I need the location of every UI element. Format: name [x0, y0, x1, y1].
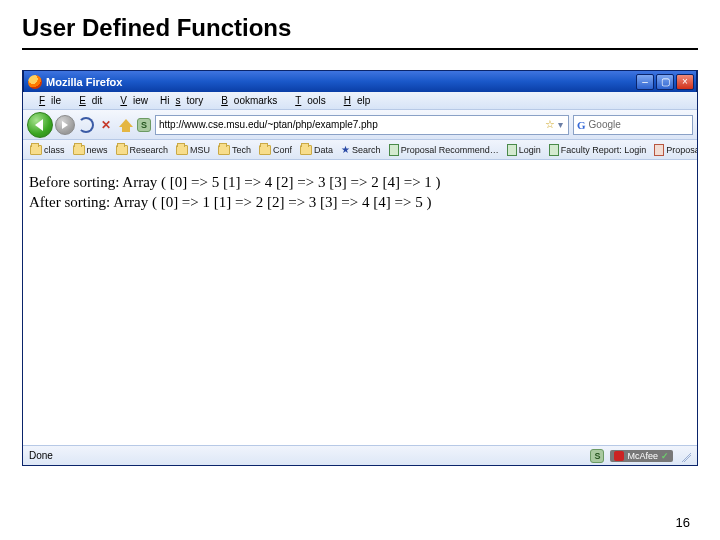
status-s-badge[interactable]: S	[590, 449, 604, 463]
menu-bar: File Edit View History Bookmarks Tools H…	[23, 92, 697, 110]
mcafee-badge[interactable]: McAfee ✓	[610, 450, 673, 462]
page-icon	[549, 144, 559, 156]
folder-icon	[259, 145, 271, 155]
url-bar[interactable]: http://www.cse.msu.edu/~ptan/php/example…	[155, 115, 569, 135]
page-icon	[507, 144, 517, 156]
menu-view[interactable]: View	[108, 95, 154, 106]
page-content: Before sorting: Array ( [0] => 5 [1] => …	[23, 160, 697, 225]
slide-page-number: 16	[676, 515, 690, 530]
star-icon: ★	[341, 144, 350, 155]
window-maximize-button[interactable]: ▢	[656, 74, 674, 90]
window-close-button[interactable]: ×	[676, 74, 694, 90]
status-bar: Done S McAfee ✓	[23, 445, 697, 465]
menu-file[interactable]: File	[27, 95, 67, 106]
window-title: Mozilla Firefox	[46, 76, 122, 88]
folder-icon	[176, 145, 188, 155]
reload-icon[interactable]	[77, 116, 95, 134]
bookmark-star-icon[interactable]: ☆	[545, 118, 555, 131]
status-text: Done	[29, 450, 584, 461]
window-minimize-button[interactable]: –	[636, 74, 654, 90]
bookmark-item[interactable]: class	[27, 145, 68, 155]
output-line-1: Before sorting: Array ( [0] => 5 [1] => …	[29, 172, 691, 192]
bookmark-item[interactable]: Research	[113, 145, 172, 155]
window-titlebar[interactable]: Mozilla Firefox – ▢ ×	[23, 70, 697, 92]
output-line-2: After sorting: Array ( [0] => 1 [1] => 2…	[29, 192, 691, 212]
menu-bookmarks[interactable]: Bookmarks	[209, 95, 283, 106]
bookmark-item[interactable]: Tech	[215, 145, 254, 155]
menu-history[interactable]: History	[154, 95, 209, 106]
google-icon: G	[577, 119, 586, 131]
resize-grip-icon[interactable]	[679, 450, 691, 462]
bookmark-item[interactable]: Faculty Report: Login	[546, 144, 650, 156]
shield-icon	[614, 451, 624, 461]
bookmarks-toolbar: class news Research MSU Tech Conf Data ★…	[23, 140, 697, 160]
bookmark-item[interactable]: Proposal Recommend…	[651, 144, 697, 156]
firefox-icon	[28, 75, 42, 89]
folder-icon	[116, 145, 128, 155]
mcafee-label: McAfee	[627, 451, 658, 461]
bookmark-item[interactable]: ★Search	[338, 144, 384, 155]
search-box[interactable]: G Google	[573, 115, 693, 135]
menu-edit[interactable]: Edit	[67, 95, 108, 106]
browser-window: Mozilla Firefox – ▢ × File Edit View His…	[22, 70, 698, 466]
url-dropdown-icon[interactable]: ▾	[555, 119, 565, 130]
bookmark-item[interactable]: MSU	[173, 145, 213, 155]
folder-icon	[30, 145, 42, 155]
bookmark-item[interactable]: news	[70, 145, 111, 155]
forward-button[interactable]	[55, 115, 75, 135]
menu-tools[interactable]: Tools	[283, 95, 331, 106]
folder-icon	[218, 145, 230, 155]
bookmark-item[interactable]: Login	[504, 144, 544, 156]
back-button[interactable]	[27, 112, 53, 138]
slide-title: User Defined Functions	[0, 0, 720, 46]
home-icon[interactable]	[117, 116, 135, 134]
folder-icon	[73, 145, 85, 155]
page-icon	[389, 144, 399, 156]
url-text: http://www.cse.msu.edu/~ptan/php/example…	[159, 119, 545, 130]
title-rule	[22, 48, 698, 50]
page-icon	[654, 144, 664, 156]
search-placeholder: Google	[589, 119, 621, 130]
navigation-toolbar: S http://www.cse.msu.edu/~ptan/php/examp…	[23, 110, 697, 140]
bookmark-item[interactable]: Proposal Recommend…	[386, 144, 502, 156]
stop-icon[interactable]	[97, 116, 115, 134]
check-icon: ✓	[661, 451, 669, 461]
menu-help[interactable]: Help	[332, 95, 377, 106]
bookmark-item[interactable]: Data	[297, 145, 336, 155]
site-badge[interactable]: S	[137, 118, 151, 132]
bookmark-item[interactable]: Conf	[256, 145, 295, 155]
folder-icon	[300, 145, 312, 155]
